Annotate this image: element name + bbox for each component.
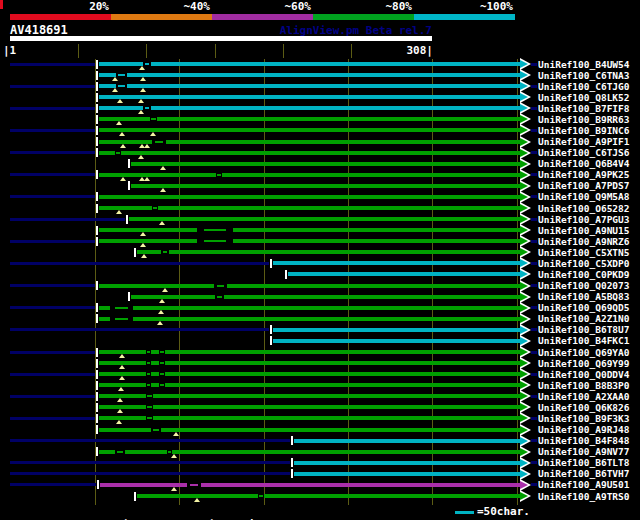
subject-label[interactable]: UniRef100_O65282 [538, 203, 630, 214]
subject-label[interactable]: UniRef100_C6TNA3 [538, 70, 630, 81]
subject-label[interactable]: UniRef100_A9PK25 [538, 169, 630, 180]
alignment-bar-segment[interactable] [151, 106, 520, 110]
subject-label[interactable]: UniRef100_C0PKD9 [538, 269, 630, 280]
alignment-bar-segment[interactable] [99, 206, 152, 210]
subject-label[interactable]: UniRef100_A2XAA0 [538, 391, 630, 402]
alignment-bar-segment[interactable] [157, 117, 520, 121]
subject-label[interactable]: UniRef100_Q6B4V4 [538, 158, 630, 169]
alignment-bar-segment[interactable] [151, 372, 159, 376]
alignment-bar-segment[interactable] [165, 350, 520, 354]
alignment-bar-segment[interactable] [99, 306, 110, 310]
alignment-bar-segment[interactable] [151, 383, 159, 387]
subject-label[interactable]: UniRef100_Q69Y99 [538, 358, 630, 369]
alignment-bar-segment[interactable] [133, 317, 520, 321]
alignment-bar-segment[interactable] [131, 162, 520, 166]
alignment-bar-segment[interactable] [224, 295, 520, 299]
subject-label[interactable]: UniRef100_A9NRZ6 [538, 236, 630, 247]
subject-label[interactable]: UniRef100_B7FIF8 [538, 103, 630, 114]
subject-label[interactable]: UniRef100_A5BQ83 [538, 291, 630, 302]
subject-label[interactable]: UniRef100_Q6K826 [538, 402, 630, 413]
subject-label[interactable]: UniRef100_B9RR63 [538, 114, 630, 125]
alignment-bar-segment[interactable] [99, 95, 520, 99]
alignment-bar-segment[interactable] [273, 261, 520, 265]
subject-label[interactable]: UniRef100_A7PDS7 [538, 180, 630, 191]
subject-label[interactable]: UniRef100_C5XTN5 [538, 247, 630, 258]
alignment-bar-segment[interactable] [172, 450, 520, 454]
alignment-bar-segment[interactable] [151, 350, 159, 354]
alignment-bar-segment[interactable] [125, 450, 167, 454]
subject-label[interactable]: UniRef100_A9NU15 [538, 225, 630, 236]
alignment-bar-segment[interactable] [273, 328, 520, 332]
alignment-bar-segment[interactable] [99, 416, 146, 420]
alignment-bar-segment[interactable] [222, 173, 520, 177]
alignment-bar-segment[interactable] [153, 394, 520, 398]
alignment-bar-segment[interactable] [288, 272, 520, 276]
alignment-bar-segment[interactable] [99, 106, 143, 110]
subject-label[interactable]: UniRef100_Q8LK52 [538, 92, 630, 103]
subject-label[interactable]: UniRef100_Q69YA0 [538, 347, 630, 358]
subject-label[interactable]: UniRef100_A2Z1N0 [538, 313, 630, 324]
alignment-bar-segment[interactable] [166, 140, 520, 144]
subject-label[interactable]: UniRef100_B4F848 [538, 435, 630, 446]
subject-label[interactable]: UniRef100_B6TLT8 [538, 457, 630, 468]
subject-label[interactable]: UniRef100_B4FKC1 [538, 335, 630, 346]
subject-label[interactable]: UniRef100_A7PGU3 [538, 214, 630, 225]
alignment-bar-segment[interactable] [165, 372, 520, 376]
alignment-bar-segment[interactable] [99, 228, 197, 232]
alignment-bar-segment[interactable] [151, 361, 159, 365]
alignment-bar-segment[interactable] [99, 428, 151, 432]
alignment-bar-segment[interactable] [127, 73, 520, 77]
subject-label[interactable]: UniRef100_C5XDP0 [538, 258, 630, 269]
subject-label[interactable]: UniRef100_B9F3K3 [538, 413, 630, 424]
alignment-bar-segment[interactable] [294, 472, 520, 476]
alignment-bar-segment[interactable] [273, 339, 520, 343]
subject-label[interactable]: UniRef100_B6TVH7 [538, 468, 630, 479]
alignment-bar-segment[interactable] [233, 239, 520, 243]
alignment-bar-segment[interactable] [99, 128, 520, 132]
alignment-bar-segment[interactable] [99, 195, 520, 199]
subject-label[interactable]: UniRef100_C6TJS6 [538, 147, 630, 158]
alignment-bar-segment[interactable] [129, 217, 520, 221]
alignment-bar-segment[interactable] [294, 461, 520, 465]
alignment-bar-segment[interactable] [99, 173, 216, 177]
subject-label[interactable]: UniRef100_A9TRS0 [538, 491, 630, 502]
subject-label[interactable]: UniRef100_B6T8U7 [538, 324, 630, 335]
alignment-bar-segment[interactable] [127, 84, 520, 88]
subject-label[interactable]: UniRef100_A9PIF1 [538, 136, 630, 147]
alignment-bar-segment[interactable] [131, 295, 215, 299]
alignment-bar-segment[interactable] [99, 117, 150, 121]
alignment-bar-segment[interactable] [133, 306, 520, 310]
alignment-bar-segment[interactable] [121, 151, 520, 155]
subject-label[interactable]: UniRef100_Q9M5A8 [538, 191, 630, 202]
alignment-bar-segment[interactable] [99, 450, 115, 454]
alignment-bar-segment[interactable] [161, 428, 520, 432]
subject-label[interactable]: UniRef100_B4UW54 [538, 59, 630, 70]
alignment-bar-segment[interactable] [153, 405, 520, 409]
alignment-bar-segment[interactable] [158, 206, 520, 210]
alignment-bar-segment[interactable] [201, 483, 520, 487]
alignment-bar-segment[interactable] [165, 383, 520, 387]
subject-label[interactable]: UniRef100_A9NV77 [538, 446, 630, 457]
alignment-bar-segment[interactable] [165, 361, 520, 365]
subject-label[interactable]: UniRef100_Q69QD5 [538, 302, 630, 313]
subject-label[interactable]: UniRef100_B8B3P0 [538, 380, 630, 391]
alignment-bar-segment[interactable] [99, 62, 143, 66]
subject-label[interactable]: UniRef100_C6TJG0 [538, 81, 630, 92]
alignment-bar-segment[interactable] [294, 439, 520, 443]
alignment-bar-segment[interactable] [153, 416, 520, 420]
subject-label[interactable]: UniRef100_B9INC6 [538, 125, 630, 136]
subject-label[interactable]: UniRef100_Q0DDV4 [538, 369, 630, 380]
alignment-bar-segment[interactable] [99, 284, 214, 288]
subject-label[interactable]: UniRef100_Q02073 [538, 280, 630, 291]
subject-label[interactable]: UniRef100_A9RJ48 [538, 424, 630, 435]
alignment-bar-segment[interactable] [99, 317, 110, 321]
alignment-bar-segment[interactable] [99, 151, 115, 155]
alignment-bar-segment[interactable] [227, 284, 520, 288]
alignment-bar-segment[interactable] [233, 228, 520, 232]
alignment-bar-segment[interactable] [131, 184, 520, 188]
alignment-bar-segment[interactable] [151, 62, 520, 66]
subject-label[interactable]: UniRef100_A9U501 [538, 479, 630, 490]
alignment-bar-segment[interactable] [169, 250, 520, 254]
alignment-bar-segment[interactable] [264, 494, 520, 498]
alignment-bar-segment[interactable] [99, 239, 197, 243]
